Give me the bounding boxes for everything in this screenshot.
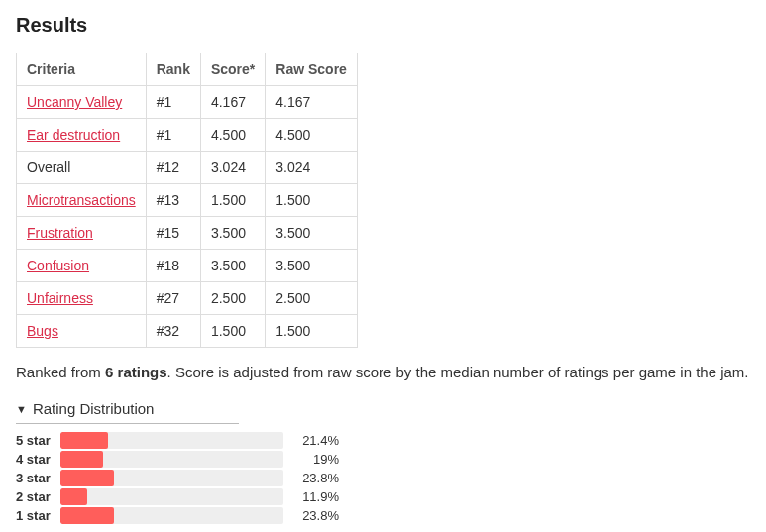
- table-header-row: Criteria Rank Score* Raw Score: [17, 53, 358, 86]
- distribution-label: 1 star: [16, 508, 60, 523]
- score-cell: 2.500: [200, 282, 265, 315]
- results-table: Criteria Rank Score* Raw Score Uncanny V…: [16, 53, 358, 348]
- score-cell: 3.500: [200, 250, 265, 282]
- rating-distribution-label: Rating Distribution: [33, 400, 155, 417]
- table-row: Frustration#153.5003.500: [17, 217, 358, 250]
- score-cell: 3.500: [200, 217, 265, 250]
- raw-score-cell: 3.500: [266, 217, 358, 250]
- distribution-row: 1 star23.8%: [16, 507, 750, 524]
- criteria-link[interactable]: Ear destruction: [27, 127, 120, 143]
- distribution-row: 4 star19%: [16, 451, 750, 468]
- col-score: Score*: [200, 53, 265, 86]
- criteria-cell: Uncanny Valley: [17, 86, 147, 119]
- distribution-bar-bg: [60, 488, 283, 505]
- ranked-note-count: 6 ratings: [105, 364, 167, 380]
- ranked-note-prefix: Ranked from: [16, 364, 105, 380]
- distribution-bar-fill: [60, 488, 87, 505]
- raw-score-cell: 1.500: [266, 315, 358, 348]
- distribution-bar-fill: [60, 470, 114, 486]
- rank-cell: #1: [146, 119, 200, 152]
- criteria-cell: Frustration: [17, 217, 147, 250]
- score-cell: 4.167: [200, 86, 265, 119]
- raw-score-cell: 2.500: [266, 282, 358, 315]
- ranked-note: Ranked from 6 ratings. Score is adjusted…: [16, 364, 750, 380]
- distribution-pct: 23.8%: [289, 508, 339, 523]
- criteria-link[interactable]: Unfairness: [27, 290, 93, 306]
- table-row: Overall#123.0243.024: [17, 152, 358, 184]
- raw-score-cell: 3.024: [266, 152, 358, 184]
- criteria-link[interactable]: Microtransactions: [27, 192, 136, 208]
- rank-cell: #13: [146, 184, 200, 217]
- ranked-note-suffix: . Score is adjusted from raw score by th…: [167, 364, 749, 380]
- criteria-cell: Confusion: [17, 250, 147, 282]
- table-row: Bugs#321.5001.500: [17, 315, 358, 348]
- col-raw-score: Raw Score: [266, 53, 358, 86]
- criteria-cell: Bugs: [17, 315, 147, 348]
- criteria-link[interactable]: Uncanny Valley: [27, 94, 122, 110]
- rank-cell: #12: [146, 152, 200, 184]
- rank-cell: #1: [146, 86, 200, 119]
- criteria-text: Overall: [27, 160, 70, 175]
- distribution-row: 2 star11.9%: [16, 488, 750, 505]
- distribution-pct: 23.8%: [289, 471, 339, 485]
- distribution-bar-bg: [60, 507, 283, 524]
- distribution-label: 4 star: [16, 452, 60, 467]
- distribution-bar-bg: [60, 470, 283, 486]
- page-title: Results: [16, 14, 750, 37]
- distribution-label: 3 star: [16, 471, 60, 485]
- criteria-link[interactable]: Frustration: [27, 225, 93, 241]
- table-row: Ear destruction#14.5004.500: [17, 119, 358, 152]
- table-row: Microtransactions#131.5001.500: [17, 184, 358, 217]
- table-row: Unfairness#272.5002.500: [17, 282, 358, 315]
- distribution-pct: 21.4%: [289, 433, 339, 448]
- rank-cell: #27: [146, 282, 200, 315]
- criteria-cell: Microtransactions: [17, 184, 147, 217]
- distribution-pct: 19%: [289, 452, 339, 467]
- raw-score-cell: 4.167: [266, 86, 358, 119]
- distribution-label: 5 star: [16, 433, 60, 448]
- distribution-bar-fill: [60, 507, 114, 524]
- distribution-bar-fill: [60, 451, 103, 468]
- col-criteria: Criteria: [17, 53, 147, 86]
- chevron-down-icon: ▼: [16, 403, 27, 415]
- score-cell: 1.500: [200, 315, 265, 348]
- col-rank: Rank: [146, 53, 200, 86]
- rating-distribution-toggle[interactable]: ▼ Rating Distribution: [16, 400, 239, 424]
- raw-score-cell: 4.500: [266, 119, 358, 152]
- criteria-cell: Ear destruction: [17, 119, 147, 152]
- distribution-row: 3 star23.8%: [16, 470, 750, 486]
- criteria-link[interactable]: Bugs: [27, 323, 58, 339]
- distribution-bar-bg: [60, 432, 283, 449]
- distribution-row: 5 star21.4%: [16, 432, 750, 449]
- raw-score-cell: 1.500: [266, 184, 358, 217]
- rank-cell: #18: [146, 250, 200, 282]
- score-cell: 4.500: [200, 119, 265, 152]
- rank-cell: #32: [146, 315, 200, 348]
- rank-cell: #15: [146, 217, 200, 250]
- criteria-link[interactable]: Confusion: [27, 258, 89, 273]
- distribution-bar-fill: [60, 432, 108, 449]
- score-cell: 1.500: [200, 184, 265, 217]
- raw-score-cell: 3.500: [266, 250, 358, 282]
- distribution-label: 2 star: [16, 489, 60, 504]
- table-row: Uncanny Valley#14.1674.167: [17, 86, 358, 119]
- table-row: Confusion#183.5003.500: [17, 250, 358, 282]
- distribution-bar-bg: [60, 451, 283, 468]
- criteria-cell: Overall: [17, 152, 147, 184]
- criteria-cell: Unfairness: [17, 282, 147, 315]
- score-cell: 3.024: [200, 152, 265, 184]
- distribution-pct: 11.9%: [289, 489, 339, 504]
